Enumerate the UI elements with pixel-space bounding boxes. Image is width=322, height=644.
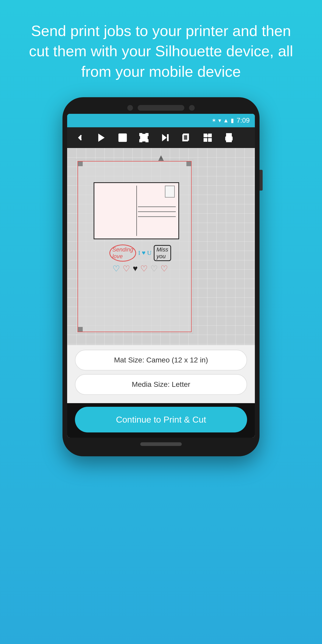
sticker-row-text: Sendinglove I ♥ U Missyou (109, 244, 171, 262)
corner-handle-tr[interactable] (186, 162, 191, 166)
svg-rect-12 (167, 134, 169, 141)
layers-button[interactable] (176, 129, 197, 147)
heart-blue: ♡ (113, 264, 120, 274)
sticker-sending-love[interactable]: Sendinglove (109, 244, 136, 262)
mat-size-button[interactable]: Mat Size: Cameo (12 x 12 in) (75, 350, 247, 370)
design-area: Sendinglove I ♥ U Missyou ♡ ♡ ♥ ♡ ♡ ♡ (78, 161, 192, 332)
svg-rect-16 (204, 134, 207, 137)
bottom-controls: Mat Size: Cameo (12 x 12 in) Media Size:… (67, 345, 255, 403)
print-button[interactable] (219, 129, 239, 147)
cut-button[interactable] (155, 129, 176, 147)
svg-rect-9 (140, 140, 142, 142)
heart-black: ♥ (133, 264, 138, 273)
corner-handle-bl[interactable] (78, 327, 83, 332)
wifi-icon: ▾ (218, 117, 221, 124)
svg-rect-10 (146, 140, 148, 142)
settings-button[interactable] (197, 129, 218, 147)
status-time: 7:09 (236, 116, 250, 124)
continue-print-cut-button[interactable]: Continue to Print & Cut (75, 407, 247, 432)
app-toolbar (67, 127, 255, 148)
hero-text: Send print jobs to your printer and then… (0, 0, 322, 97)
sticker-miss-you[interactable]: Missyou (154, 245, 171, 261)
phone-top (67, 105, 255, 111)
svg-rect-18 (204, 138, 207, 141)
front-sensor (189, 105, 195, 111)
svg-rect-22 (227, 134, 232, 137)
bluetooth-icon: ✶ (212, 117, 216, 124)
play-button[interactable] (91, 129, 112, 147)
signal-icon: ▲ (223, 117, 229, 124)
svg-rect-7 (140, 134, 142, 136)
select-rect-button[interactable] (112, 129, 133, 147)
phone-home-bar (67, 442, 255, 446)
phone-bottom-bar: Continue to Print & Cut (67, 403, 255, 438)
heart-red-1: ♡ (123, 264, 130, 274)
resize-button[interactable] (134, 129, 154, 147)
heart-red-3: ♡ (160, 264, 168, 274)
status-bar: ✶ ▾ ▲ ▮ 7:09 (67, 114, 255, 127)
postcard-element[interactable] (94, 182, 179, 239)
svg-rect-19 (208, 138, 211, 141)
svg-point-25 (231, 138, 232, 138)
svg-marker-0 (99, 134, 104, 142)
sticker-row-hearts: ♡ ♡ ♥ ♡ ♡ ♡ (113, 264, 168, 274)
svg-marker-11 (162, 134, 166, 141)
corner-handle-tl[interactable] (78, 162, 83, 166)
phone-speaker (138, 105, 184, 111)
heart-gray: ♡ (150, 264, 158, 274)
phone-device: ✶ ▾ ▲ ▮ 7:09 (62, 97, 260, 456)
postcard-stamp (165, 186, 175, 198)
back-button[interactable] (70, 129, 90, 147)
svg-rect-24 (227, 138, 232, 142)
svg-rect-1 (119, 134, 127, 142)
battery-icon: ▮ (231, 117, 234, 124)
canvas-area: ▲ (67, 148, 255, 345)
postcard-lines (138, 206, 176, 217)
media-size-button[interactable]: Media Size: Letter (75, 374, 247, 395)
front-camera (127, 105, 133, 111)
heart-red-2: ♡ (140, 264, 148, 274)
status-icons: ✶ ▾ ▲ ▮ (212, 117, 234, 124)
phone-screen: ✶ ▾ ▲ ▮ 7:09 (67, 114, 255, 438)
postcard-divider (136, 186, 137, 236)
svg-rect-17 (208, 134, 211, 137)
side-button (260, 170, 263, 191)
sticker-i-love-u[interactable]: I ♥ U (138, 249, 152, 256)
svg-rect-8 (146, 134, 148, 136)
home-indicator[interactable] (140, 442, 182, 446)
stickers-area: Sendinglove I ♥ U Missyou ♡ ♡ ♥ ♡ ♡ ♡ (91, 244, 190, 274)
